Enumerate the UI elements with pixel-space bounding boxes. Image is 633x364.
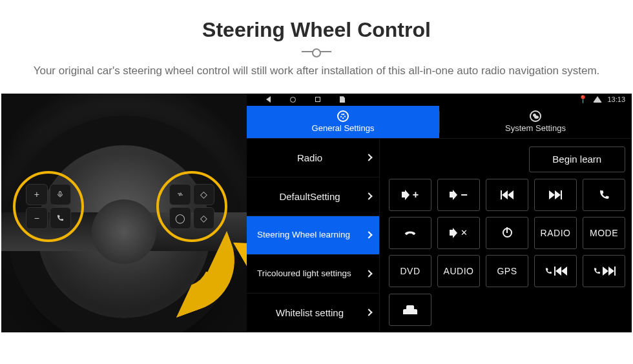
fn-phone-prev-button[interactable]: [534, 255, 577, 287]
wheel-left-pad-highlight: + −: [13, 171, 84, 242]
callout-arrow: [163, 242, 247, 313]
fn-call-hangup-button[interactable]: [389, 217, 431, 249]
fn-power-button[interactable]: [486, 217, 528, 249]
fn-gps-button[interactable]: GPS: [486, 255, 528, 287]
chevron-right-icon: [365, 231, 372, 238]
fn-dvd-button[interactable]: DVD: [389, 255, 431, 287]
fn-volume-down-button[interactable]: −: [437, 179, 480, 211]
fn-mode-button[interactable]: MODE: [583, 217, 625, 249]
chevron-right-icon: [365, 270, 372, 277]
fn-volume-up-button[interactable]: +: [389, 179, 431, 211]
settings-tabs: General Settings System Settings: [247, 106, 632, 138]
gps-icon: 📍: [578, 95, 588, 104]
wheel-btn-plus: +: [26, 184, 48, 206]
tab-system-label: System Settings: [505, 123, 566, 133]
tab-system-settings[interactable]: System Settings: [439, 106, 632, 138]
headunit-screen: 📍 13:13 General Settings System Settings…: [247, 94, 632, 332]
nav-recent-icon[interactable]: [315, 97, 320, 102]
tab-general-settings[interactable]: General Settings: [247, 106, 439, 138]
mute-icon: [450, 228, 457, 238]
wheel-btn-minus: −: [26, 207, 48, 229]
fn-radio-button[interactable]: RADIO: [534, 217, 577, 249]
sidebar-label: Radio: [257, 152, 362, 163]
gear-icon: [337, 110, 349, 122]
sidebar-label: Whitelist setting: [257, 307, 362, 318]
fn-call-answer-button[interactable]: [583, 179, 625, 211]
sidebar-item-tricoloured-light[interactable]: Tricoloured light settings: [247, 255, 379, 294]
fn-mute-button[interactable]: ✕: [437, 217, 480, 249]
wheel-btn-voice: [50, 184, 72, 206]
status-time: 13:13: [607, 96, 625, 103]
volume-down-icon: [450, 190, 457, 200]
skip-prev-icon: [501, 190, 514, 199]
tab-general-label: General Settings: [312, 123, 375, 133]
main-row: + − ◇ ◯ ◇: [0, 94, 633, 332]
fn-next-track-button[interactable]: [534, 179, 577, 211]
wheel-btn-src: [169, 184, 191, 206]
fn-audio-button[interactable]: AUDIO: [437, 255, 480, 287]
page-title: Steering Wheel Control: [0, 18, 633, 42]
chevron-right-icon: [365, 192, 372, 199]
page-subtitle: Your original car's steering wheel contr…: [0, 63, 633, 79]
chevron-right-icon: [365, 308, 372, 316]
phone-icon: [598, 189, 610, 201]
nav-back-icon[interactable]: [266, 96, 271, 103]
globe-icon: [530, 110, 541, 122]
car-icon: [403, 305, 417, 314]
sidebar-item-default[interactable]: DefaultSetting: [247, 177, 379, 216]
volume-up-icon: [402, 190, 410, 200]
wheel-btn-down: ◇: [193, 207, 215, 229]
skip-next-icon: [549, 190, 562, 199]
empty-slot: [389, 147, 523, 172]
begin-learn-button[interactable]: Begin learn: [529, 147, 626, 172]
sidebar-item-whitelist[interactable]: Whitelist setting: [247, 294, 379, 332]
phone-prev-icon: [545, 267, 567, 276]
title-divider: [302, 51, 331, 52]
fn-phone-next-button[interactable]: [583, 255, 625, 287]
wheel-btn-phone: [50, 207, 72, 229]
fn-prev-track-button[interactable]: [486, 179, 528, 211]
wheel-right-pad-highlight: ◇ ◯ ◇: [156, 171, 227, 242]
wifi-icon: [593, 96, 602, 103]
wheel-btn-up: ◇: [193, 184, 215, 206]
sidebar-item-steering-wheel-learning[interactable]: Steering Wheel learning: [247, 216, 379, 255]
sidebar-label: DefaultSetting: [257, 191, 362, 202]
function-grid: + −: [389, 179, 625, 287]
phone-hangup-icon: [404, 227, 417, 239]
android-status-bar: 📍 13:13: [247, 94, 632, 106]
nav-home-icon[interactable]: [290, 97, 296, 103]
fn-car-button[interactable]: [389, 294, 431, 326]
status-sd-icon: [340, 96, 345, 103]
settings-sidebar: Radio DefaultSetting Steering Wheel lear…: [247, 139, 380, 332]
learning-pane: Begin learn + −: [380, 139, 632, 332]
wheel-btn-circle: ◯: [169, 207, 191, 229]
phone-next-icon: [593, 267, 616, 276]
sidebar-label: Tricoloured light settings: [257, 268, 362, 279]
chevron-right-icon: [365, 154, 372, 161]
power-icon: [503, 228, 512, 238]
steering-wheel-image: + − ◇ ◯ ◇: [1, 94, 247, 332]
sidebar-label: Steering Wheel learning: [257, 230, 362, 240]
sidebar-item-radio[interactable]: Radio: [247, 139, 379, 177]
svg-rect-0: [59, 192, 61, 196]
